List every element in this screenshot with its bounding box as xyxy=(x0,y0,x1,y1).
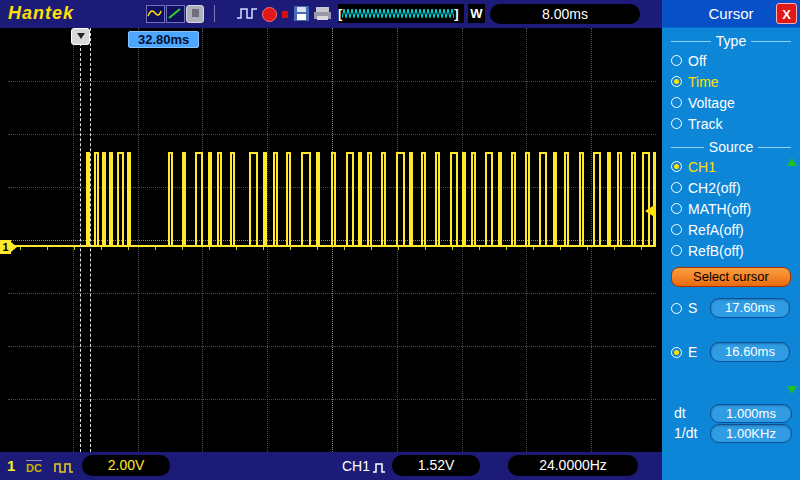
select-cursor-button[interactable]: Select cursor xyxy=(671,267,791,287)
source-option-math[interactable]: MATH(off) xyxy=(662,198,800,219)
bottom-status-bar: 1 DC 2.00V CH1 1.52V 24.0000Hz xyxy=(0,452,662,480)
option-label: Voltage xyxy=(688,95,735,111)
trigger-edge-icon xyxy=(372,460,386,478)
trace-noise-tick xyxy=(182,247,183,250)
waveform-pulse xyxy=(217,152,222,247)
scope-left-region: Hantek [ ] W 8.00ms xyxy=(0,0,662,480)
save-floppy-icon[interactable] xyxy=(294,6,309,25)
type-option-track[interactable]: Track xyxy=(662,113,800,134)
waveform-pulse xyxy=(208,152,212,247)
radio-icon xyxy=(671,224,682,235)
print-icon[interactable] xyxy=(314,7,331,25)
trace-noise-tick xyxy=(263,247,264,250)
radio-icon xyxy=(671,347,682,358)
ch1-waveform-icon[interactable] xyxy=(146,5,165,23)
cursor-e-row[interactable]: E 16.60ms xyxy=(662,341,800,363)
record-icon[interactable] xyxy=(262,7,277,22)
trace-noise-tick xyxy=(101,247,102,250)
inv-dt-label: 1/dt xyxy=(674,425,697,441)
trace-noise-tick xyxy=(533,247,534,250)
trigger-level-arrow-icon[interactable] xyxy=(645,204,656,218)
cursor-menu-panel: Cursor X Type Off Time Voltage Track Sou… xyxy=(662,0,800,480)
scroll-up-icon[interactable] xyxy=(787,158,797,166)
trace-noise-tick xyxy=(155,247,156,250)
cursor-e-value[interactable]: 16.60ms xyxy=(710,342,790,362)
option-label: RefB(off) xyxy=(688,243,744,259)
waveform-pulse xyxy=(653,152,656,247)
radio-icon xyxy=(671,118,682,129)
time-cursor-line[interactable] xyxy=(80,28,81,452)
channel1-ground-marker[interactable]: 1 xyxy=(0,240,11,254)
time-cursor-line[interactable] xyxy=(90,28,91,452)
trigger-position-marker[interactable] xyxy=(71,28,90,45)
trace-noise-tick xyxy=(641,247,642,250)
waveform-pulse xyxy=(539,152,547,247)
trace-noise-tick xyxy=(209,247,210,250)
cursor-s-row[interactable]: S 17.60ms xyxy=(662,297,800,319)
ch2-waveform-icon[interactable] xyxy=(166,5,185,23)
type-option-voltage[interactable]: Voltage xyxy=(662,92,800,113)
waveform-pulse xyxy=(102,152,106,247)
radio-icon xyxy=(671,182,682,193)
window-mode-indicator: W xyxy=(468,4,485,23)
waveform-pulse xyxy=(462,152,466,247)
preview-right-bracket-icon: ] xyxy=(454,4,458,23)
source-section-header: Source xyxy=(666,138,796,156)
waveform-pulse xyxy=(511,152,516,247)
source-option-ch1[interactable]: CH1 xyxy=(662,156,800,177)
memory-waveform-preview[interactable]: [ ] xyxy=(338,4,464,23)
trigger-source-label: CH1 xyxy=(342,458,370,474)
trigger-level-readout[interactable]: 1.52V xyxy=(392,455,480,476)
scroll-down-icon[interactable] xyxy=(787,386,797,394)
inv-dt-value: 1.00KHz xyxy=(710,424,792,443)
waveform-pulse xyxy=(358,152,362,247)
panel-title: Cursor xyxy=(708,5,753,22)
volts-per-div-readout[interactable]: 2.00V xyxy=(82,455,170,476)
trace-noise-tick xyxy=(479,247,480,250)
waveform-pulse xyxy=(346,152,354,247)
option-label: Track xyxy=(688,116,722,132)
type-option-off[interactable]: Off xyxy=(662,50,800,71)
trace-noise-tick xyxy=(74,247,75,250)
radio-icon xyxy=(671,303,682,314)
trace-noise-tick xyxy=(236,247,237,250)
waveform-pulse xyxy=(421,152,426,247)
cursor-e-label: E xyxy=(688,344,697,360)
option-label: CH1 xyxy=(688,159,716,175)
radio-icon xyxy=(671,76,682,87)
option-label: MATH(off) xyxy=(688,201,751,217)
cursor-time-readout: 32.80ms xyxy=(128,31,199,48)
trace-noise-tick xyxy=(452,247,453,250)
waveform-pulse xyxy=(642,152,650,247)
trace-noise-tick xyxy=(344,247,345,250)
trace-noise-tick xyxy=(560,247,561,250)
waveform-pulse xyxy=(367,152,372,247)
source-option-refa[interactable]: RefA(off) xyxy=(662,219,800,240)
waveform-pulse xyxy=(485,152,493,247)
tool-icon[interactable] xyxy=(186,5,204,23)
waveform-pulse xyxy=(301,152,311,247)
waveform-pulse xyxy=(450,152,458,247)
source-option-refb[interactable]: RefB(off) xyxy=(662,240,800,261)
waveform-pulse xyxy=(435,152,440,247)
waveform-pulse xyxy=(263,152,267,247)
source-option-ch2[interactable]: CH2(off) xyxy=(662,177,800,198)
waveform-pulse xyxy=(471,152,476,247)
waveform-pulse xyxy=(109,152,113,247)
trace-noise-tick xyxy=(587,247,588,250)
waveform-pulse xyxy=(607,152,611,247)
pulse-trigger-icon[interactable] xyxy=(236,6,258,25)
close-icon[interactable]: X xyxy=(776,3,797,24)
cursor-s-value[interactable]: 17.60ms xyxy=(710,298,790,318)
waveform-pulse xyxy=(498,152,502,247)
waveform-pulse xyxy=(409,152,413,247)
trace-noise-tick xyxy=(614,247,615,250)
type-option-time[interactable]: Time xyxy=(662,71,800,92)
option-label: Off xyxy=(688,53,706,69)
timebase-readout[interactable]: 8.00ms xyxy=(490,4,640,24)
grid-line xyxy=(8,346,656,347)
waveform-pulse xyxy=(195,152,203,247)
waveform-pulse xyxy=(182,152,186,247)
waveform-pulse xyxy=(168,152,173,247)
frequency-counter-readout: 24.0000Hz xyxy=(508,455,638,476)
